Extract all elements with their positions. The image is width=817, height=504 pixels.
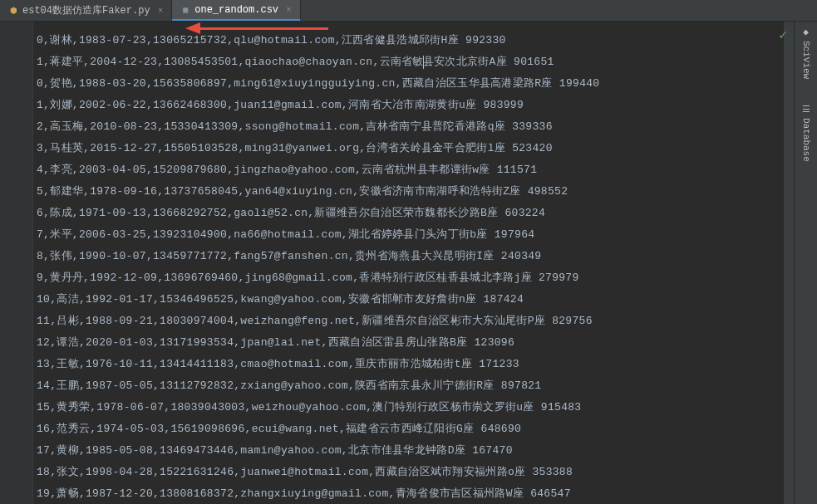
editor-wrapper: 0,谢林,1983-07-23,13065215732,qlu@hotmail.… [0,22,817,504]
csv-file-icon: ▦ [180,4,190,16]
csv-line: 2,高玉梅,2010-08-23,15330413309,ssong@hotma… [37,116,794,138]
csv-line: 12,谭浩,2020-01-03,13171993534,jpan@lai.ne… [37,332,794,354]
csv-line: 0,谢林,1983-07-23,13065215732,qlu@hotmail.… [37,30,794,51]
sciview-tool-button[interactable]: ◆SciView [800,27,811,79]
csv-line: 17,黄柳,1985-05-08,13469473446,mamin@yahoo… [37,440,794,462]
close-icon[interactable]: × [158,6,164,16]
right-tool-sidebar: ◆SciView ☰Database [794,22,817,504]
csv-line: 13,王敏,1976-10-11,13414411183,cmao@hotmai… [37,354,794,375]
csv-line: 10,高洁,1992-01-17,15346496525,kwang@yahoo… [37,289,794,311]
csv-line: 0,贺艳,1988-03-20,15635806897,ming61@xiuyi… [37,73,794,95]
csv-line: 9,黄丹丹,1992-12-09,13696769460,jing68@gmai… [37,267,794,289]
editor-gutter [0,22,33,504]
csv-line: 1,刘娜,2002-06-22,13662468300,juan11@gmail… [37,95,794,116]
text-caret [423,56,424,69]
csv-line: 7,米平,2006-03-25,13923104900,na66@hotmail… [37,224,794,246]
csv-line: 11,吕彬,1988-09-21,18030974004,weizhang@fe… [37,311,794,332]
editor-content[interactable]: 0,谢林,1983-07-23,13065215732,qlu@hotmail.… [33,22,794,504]
csv-line: 5,郁建华,1978-09-16,13737658045,yan64@xiuyi… [37,181,794,203]
close-icon[interactable]: × [286,5,292,15]
editor-tab-0[interactable]: ⬢est04数据仿造库Faker.py× [0,0,172,21]
csv-line: 6,陈成,1971-09-13,13668292752,gaoli@52.cn,… [37,203,794,224]
csv-line: 3,马桂英,2015-12-27,15505103528,ming31@yanw… [37,138,794,159]
inspection-ok-icon: ✓ [779,27,787,43]
csv-line: 14,王鹏,1987-05-05,13112792832,zxiang@yaho… [37,375,794,397]
tab-label: est04数据仿造库Faker.py [22,3,150,17]
editor-tab-1[interactable]: ▦one_random.csv× [172,0,300,21]
csv-line: 19,萧畅,1987-12-20,13808168372,zhangxiuyin… [37,483,794,504]
tab-label: one_random.csv [194,4,278,16]
csv-line: 15,黄秀荣,1978-06-07,18039043003,weizhou@ya… [37,397,794,418]
csv-line: 16,范秀云,1974-05-03,15619098696,ecui@wang.… [37,418,794,440]
editor-tabs: ⬢est04数据仿造库Faker.py×▦one_random.csv× [0,0,817,22]
vertical-scrollbar[interactable] [784,22,794,504]
csv-line: 4,李亮,2003-04-05,15209879680,jingzhao@yah… [37,159,794,181]
csv-line: 18,张文,1998-04-28,15221631246,juanwei@hot… [37,462,794,483]
csv-line: 8,张伟,1990-10-07,13459771772,fang57@fansh… [37,246,794,267]
database-tool-button[interactable]: ☰Database [800,104,811,162]
csv-line: 1,蒋建平,2004-12-23,13085453501,qiaochao@ch… [37,51,794,73]
python-file-icon: ⬢ [8,5,18,17]
